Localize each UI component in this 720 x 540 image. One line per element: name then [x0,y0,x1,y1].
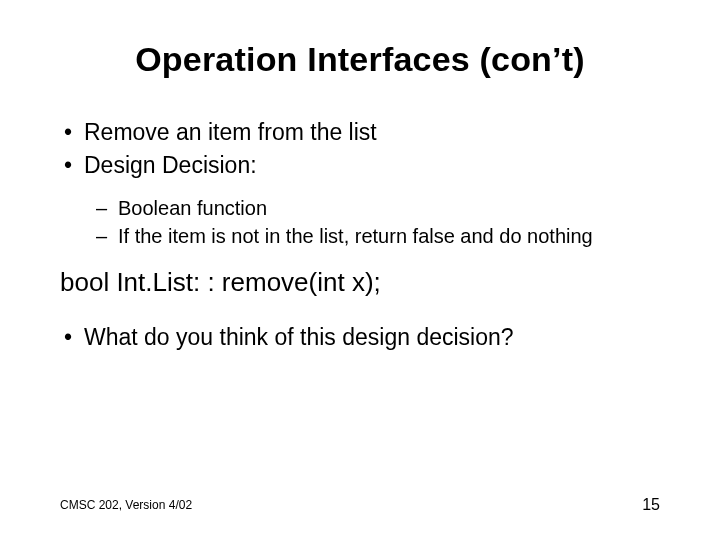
subbullet-boolean: Boolean function [60,195,660,221]
bullet-question: What do you think of this design decisio… [60,322,660,353]
code-signature: bool Int.List: : remove(int x); [60,267,660,298]
slide-title: Operation Interfaces (con’t) [60,40,660,79]
bullet-list-2: Boolean function If the item is not in t… [60,195,660,249]
slide: Operation Interfaces (con’t) Remove an i… [0,0,720,540]
footer-course: CMSC 202, Version 4/02 [60,498,192,512]
bullet-list-1: Remove an item from the list Design Deci… [60,117,660,181]
bullet-remove-item: Remove an item from the list [60,117,660,148]
footer-page-number: 15 [642,496,660,514]
subbullet-return-false: If the item is not in the list, return f… [60,223,660,249]
bullet-design-decision: Design Decision: [60,150,660,181]
bullet-list-3: What do you think of this design decisio… [60,322,660,353]
